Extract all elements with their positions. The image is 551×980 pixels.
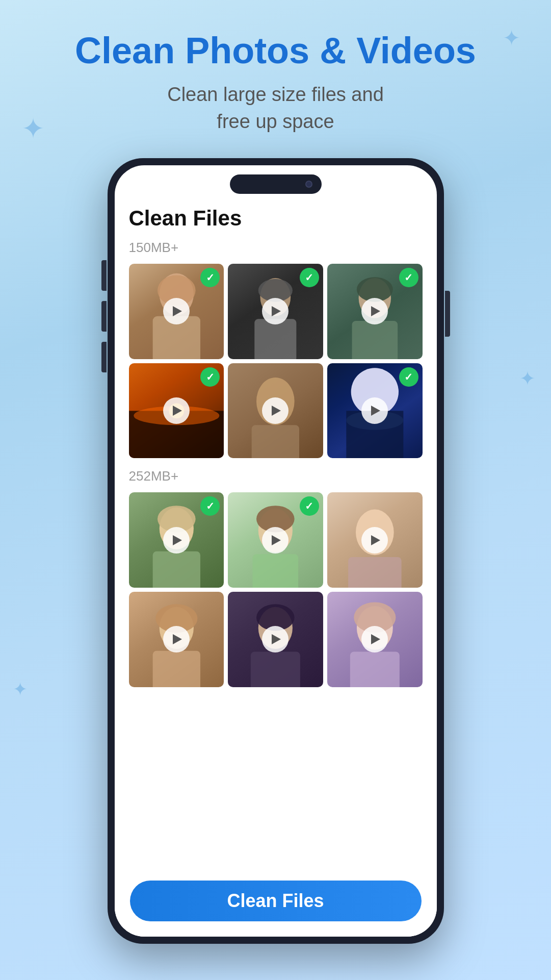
check-badge-7[interactable]: ✓ [200,496,220,516]
svg-rect-33 [350,652,400,687]
video-grid-2: ✓ [129,492,423,687]
thumb-8[interactable]: ✓ [228,492,323,588]
play-icon-7 [173,535,182,545]
bottom-bar: Clean Files [115,875,437,937]
phone-outer: Clean Files 150MB+ [108,158,444,944]
thumb-7[interactable]: ✓ [129,492,224,588]
svg-rect-7 [352,321,398,359]
header-section: Clean Photos & Videos Clean large size f… [0,0,551,151]
play-icon-10 [173,634,182,644]
svg-rect-24 [348,557,402,588]
phone-notch [230,174,322,194]
play-icon-1 [173,306,182,316]
camera-icon [305,181,312,188]
play-button-4[interactable] [163,397,190,424]
svg-rect-27 [152,651,200,687]
check-icon-8: ✓ [305,501,313,511]
sparkle-icon-tr: ✦ [503,26,520,51]
content-scroll: Clean Files 150MB+ [115,165,437,687]
play-button-7[interactable] [163,527,190,554]
sparkle-icon-bl: ✦ [13,679,28,699]
play-button-10[interactable] [163,626,190,652]
section-label-2: 252MB+ [129,468,423,484]
thumb-9[interactable] [327,492,423,588]
thumb-5[interactable] [228,363,323,459]
play-button-6[interactable] [361,397,388,424]
play-button-11[interactable] [262,626,288,652]
play-button-2[interactable] [262,298,288,324]
svg-rect-21 [253,555,299,588]
phone-screen: Clean Files 150MB+ [115,165,437,937]
play-icon-2 [272,306,281,316]
play-icon-11 [272,634,281,644]
play-button-9[interactable] [361,527,388,554]
screen-content: Clean Files 150MB+ [115,165,437,937]
video-grid-1: ✓ [129,264,423,458]
thumb-3[interactable]: ✓ [327,264,423,359]
thumb-2[interactable]: ✓ [228,264,323,359]
svg-rect-29 [251,652,300,687]
play-icon-3 [371,306,380,316]
section-2: 252MB+ [129,468,423,687]
play-icon-4 [173,406,182,416]
screen-title: Clean Files [129,206,423,231]
play-icon-8 [272,535,281,545]
thumb-10[interactable] [129,592,224,687]
play-button-12[interactable] [361,626,388,652]
check-icon-2: ✓ [305,272,313,283]
play-icon-12 [371,634,380,644]
check-badge-4[interactable]: ✓ [200,367,220,387]
thumb-12[interactable] [327,592,423,687]
sparkle-icon-mr: ✦ [519,367,536,390]
check-icon-3: ✓ [404,272,413,283]
thumb-4[interactable]: ✓ [129,363,224,459]
play-icon-6 [371,406,380,416]
section-label-1: 150MB+ [129,240,423,256]
check-icon-4: ✓ [206,372,215,382]
clean-files-button[interactable]: Clean Files [130,881,422,921]
thumb-6[interactable]: ✓ [327,363,423,459]
thumb-1[interactable]: ✓ [129,264,224,359]
play-icon-9 [371,535,380,545]
check-badge-3[interactable]: ✓ [399,268,418,287]
play-button-1[interactable] [163,298,190,324]
svg-rect-4 [254,319,296,359]
check-icon-1: ✓ [206,272,215,283]
sparkle-icon-tl: ✦ [21,112,45,145]
main-title: Clean Photos & Videos [0,31,551,71]
check-badge-6[interactable]: ✓ [399,367,418,387]
play-button-3[interactable] [361,298,388,324]
svg-rect-18 [152,551,200,588]
play-button-5[interactable] [262,397,288,424]
thumb-11[interactable] [228,592,323,687]
play-button-8[interactable] [262,527,288,554]
play-icon-5 [272,406,281,416]
clean-files-label: Clean Files [227,890,324,912]
check-badge-1[interactable]: ✓ [200,268,220,287]
svg-rect-13 [252,425,299,458]
phone-mockup: Clean Files 150MB+ [108,158,444,944]
subtitle: Clean large size files andfree up space [0,81,551,135]
check-icon-6: ✓ [404,372,413,382]
check-icon-7: ✓ [206,501,215,511]
